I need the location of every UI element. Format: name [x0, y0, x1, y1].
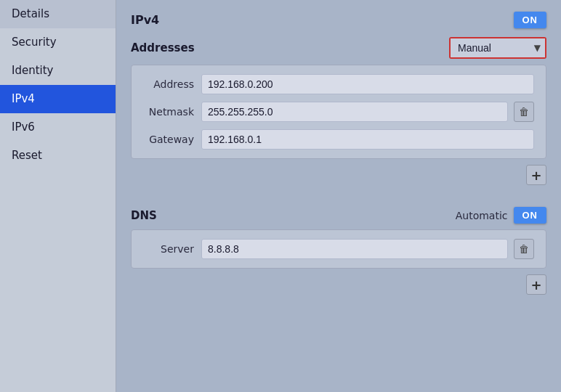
delete-entry-button[interactable]: 🗑	[514, 102, 534, 122]
dns-right-controls: Automatic ON	[456, 207, 546, 224]
address-label: Address	[143, 78, 201, 90]
addresses-add-row: +	[131, 162, 546, 188]
plus-icon: +	[530, 168, 541, 183]
dns-card: Server 🗑	[131, 229, 546, 269]
gateway-label: Gateway	[143, 134, 201, 145]
delete-server-button[interactable]: 🗑	[514, 239, 534, 259]
sidebar-item-details[interactable]: Details	[0, 0, 116, 28]
ipv4-title: IPv4	[131, 13, 159, 27]
addresses-title: Addresses	[131, 41, 195, 54]
netmask-row: Netmask 🗑	[143, 102, 534, 122]
dns-toggle[interactable]: ON	[514, 207, 547, 224]
ipv4-toggle[interactable]: ON	[514, 12, 547, 28]
sidebar-item-ipv4[interactable]: IPv4	[0, 85, 116, 113]
plus-icon-dns: +	[530, 277, 541, 293]
main-content: IPv4 ON Addresses Manual Automatic (DHCP…	[116, 0, 561, 392]
sidebar: Details Security Identity IPv4 IPv6 Rese…	[0, 0, 116, 392]
sidebar-item-identity[interactable]: Identity	[0, 57, 116, 85]
gateway-row: Gateway	[143, 129, 534, 150]
server-label: Server	[143, 243, 201, 255]
ipv4-header: IPv4 ON	[131, 12, 546, 28]
server-input[interactable]	[201, 239, 508, 259]
netmask-label: Netmask	[143, 106, 201, 118]
server-row: Server 🗑	[143, 239, 534, 259]
addresses-card: Address Netmask 🗑 Gateway	[131, 65, 546, 159]
sidebar-item-security[interactable]: Security	[0, 28, 116, 57]
addresses-header: Addresses Manual Automatic (DHCP) Link-L…	[131, 37, 546, 59]
add-address-button[interactable]: +	[526, 165, 546, 185]
dns-add-row: +	[131, 271, 546, 298]
dns-title: DNS	[131, 209, 157, 222]
addresses-method-dropdown[interactable]: Manual Automatic (DHCP) Link-Local Only …	[451, 38, 545, 57]
addresses-method-dropdown-wrapper: Manual Automatic (DHCP) Link-Local Only …	[449, 37, 546, 59]
dns-header: DNS Automatic ON	[131, 207, 546, 224]
spacer	[131, 197, 546, 207]
gateway-input[interactable]	[201, 129, 534, 150]
trash-icon: 🗑	[519, 106, 529, 118]
add-dns-button[interactable]: +	[526, 274, 546, 295]
address-row: Address	[143, 74, 534, 94]
dns-automatic-label: Automatic	[456, 210, 508, 221]
sidebar-item-ipv6[interactable]: IPv6	[0, 113, 116, 142]
netmask-input[interactable]	[201, 102, 508, 122]
trash-icon-dns: 🗑	[519, 243, 529, 255]
sidebar-item-reset[interactable]: Reset	[0, 142, 116, 170]
address-input[interactable]	[201, 74, 534, 94]
